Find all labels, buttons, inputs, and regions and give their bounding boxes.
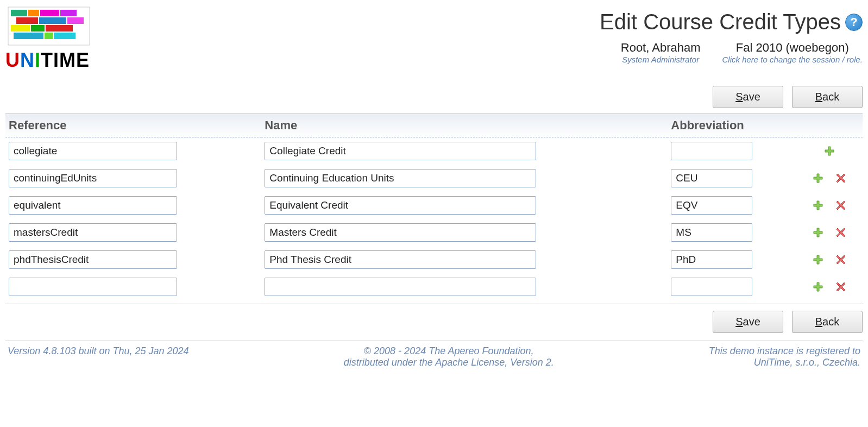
svg-rect-4 — [40, 10, 59, 16]
help-icon[interactable]: ? — [845, 14, 863, 31]
name-input[interactable] — [265, 196, 536, 215]
footer-registration-line1: This demo instance is registered to — [709, 346, 860, 357]
abbreviation-input[interactable] — [671, 196, 752, 215]
name-input[interactable] — [265, 250, 536, 269]
back-button[interactable]: Back — [792, 86, 863, 108]
abbreviation-input[interactable] — [671, 223, 752, 242]
brand-u: U — [5, 49, 20, 71]
brand-n: N — [20, 49, 35, 71]
footer-copyright-line2: distributed under the Apache License, Ve… — [189, 357, 709, 368]
table-row — [5, 219, 863, 246]
brand-text: UNITIME — [5, 49, 92, 72]
add-icon[interactable] — [813, 228, 823, 237]
svg-rect-10 — [31, 25, 45, 32]
user-session-row: Root, Abraham System Administrator Fal 2… — [600, 41, 863, 64]
footer-copyright: © 2008 - 2024 The Apereo Foundation, dis… — [189, 346, 709, 368]
reference-input[interactable] — [9, 169, 177, 187]
name-input[interactable] — [265, 278, 536, 296]
svg-rect-5 — [60, 10, 77, 16]
brand-t: T — [41, 49, 53, 71]
user-role: System Administrator — [621, 55, 701, 64]
delete-icon[interactable] — [836, 282, 846, 292]
page-title: Edit Course Credit Types — [600, 10, 841, 34]
table-row — [5, 273, 863, 300]
user-block: Root, Abraham System Administrator — [621, 41, 701, 64]
col-name: Name — [261, 114, 668, 137]
delete-icon[interactable] — [836, 228, 846, 237]
page-header: UNITIME Edit Course Credit Types ? Root,… — [5, 4, 863, 72]
reference-input[interactable] — [9, 223, 177, 242]
button-bar-top: Save Back — [5, 83, 863, 114]
footer-registration: This demo instance is registered to UniT… — [709, 346, 860, 368]
table-row — [5, 137, 863, 165]
abbreviation-input[interactable] — [671, 250, 752, 269]
svg-rect-2 — [11, 10, 27, 16]
user-name: Root, Abraham — [621, 41, 701, 55]
delete-icon[interactable] — [836, 200, 846, 210]
save-button[interactable]: Save — [713, 311, 783, 333]
svg-rect-3 — [28, 10, 39, 16]
svg-rect-8 — [67, 17, 84, 24]
abbreviation-input[interactable] — [671, 142, 752, 160]
add-icon[interactable] — [813, 200, 823, 210]
brand-i2: I — [53, 49, 59, 71]
logo-area: UNITIME — [5, 4, 92, 72]
credit-types-table: Reference Name Abbreviation — [5, 114, 863, 300]
page-footer: Version 4.8.103 built on Thu, 25 Jan 202… — [5, 341, 863, 368]
col-reference: Reference — [5, 114, 261, 137]
session-block[interactable]: Fal 2010 (woebegon) Click here to change… — [722, 41, 863, 64]
add-icon[interactable] — [813, 282, 823, 292]
svg-rect-12 — [14, 33, 43, 39]
svg-rect-14 — [54, 33, 76, 39]
reference-input[interactable] — [9, 142, 177, 160]
abbreviation-input[interactable] — [671, 169, 752, 187]
name-input[interactable] — [265, 223, 536, 242]
svg-rect-11 — [46, 25, 73, 32]
session-name: Fal 2010 (woebegon) — [722, 41, 863, 55]
table-row — [5, 246, 863, 273]
reference-input[interactable] — [9, 278, 177, 296]
col-actions — [796, 114, 863, 137]
name-input[interactable] — [265, 169, 536, 187]
svg-rect-13 — [45, 33, 53, 39]
table-row — [5, 192, 863, 219]
abbreviation-input[interactable] — [671, 278, 752, 296]
delete-icon[interactable] — [836, 173, 846, 183]
table-row — [5, 165, 863, 192]
footer-registration-line2: UniTime, s.r.o., Czechia. — [709, 357, 860, 368]
title-row: Edit Course Credit Types ? — [600, 10, 863, 34]
delete-icon[interactable] — [836, 255, 846, 265]
svg-rect-6 — [16, 17, 38, 24]
brand-i: I — [35, 49, 41, 71]
svg-rect-7 — [39, 17, 66, 24]
reference-input[interactable] — [9, 196, 177, 215]
footer-version: Version 4.8.103 built on Thu, 25 Jan 202… — [8, 346, 189, 368]
session-hint: Click here to change the session / role. — [722, 55, 863, 64]
add-icon[interactable] — [813, 255, 823, 265]
page-container: UNITIME Edit Course Credit Types ? Root,… — [5, 4, 863, 368]
back-button[interactable]: Back — [792, 311, 863, 333]
name-input[interactable] — [265, 142, 536, 160]
separator — [5, 304, 863, 304]
save-button[interactable]: Save — [713, 86, 783, 108]
footer-copyright-line1: © 2008 - 2024 The Apereo Foundation, — [189, 346, 709, 357]
unitime-grid-icon — [5, 4, 92, 48]
brand-m: M — [59, 49, 76, 71]
title-area: Edit Course Credit Types ? Root, Abraham… — [600, 4, 863, 64]
button-bar-bottom: Save Back — [5, 307, 863, 338]
brand-e: E — [76, 49, 90, 71]
table-header-row: Reference Name Abbreviation — [5, 114, 863, 137]
svg-rect-9 — [11, 25, 30, 32]
reference-input[interactable] — [9, 250, 177, 269]
add-icon[interactable] — [825, 146, 834, 156]
col-abbreviation: Abbreviation — [668, 114, 796, 137]
add-icon[interactable] — [813, 173, 823, 183]
